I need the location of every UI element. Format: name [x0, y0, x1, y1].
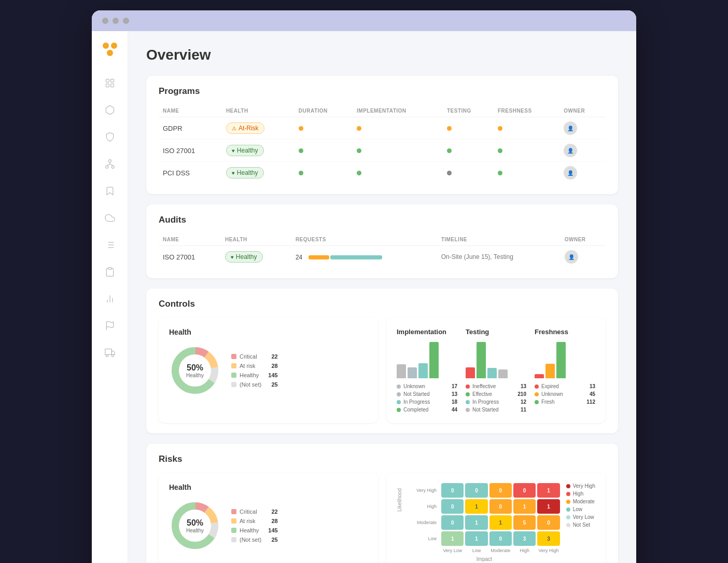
heatmap-legend: Very High High Moderate Low Very Low Not…: [566, 483, 595, 528]
svg-rect-24: [105, 349, 111, 355]
sidebar-item-network[interactable]: [103, 157, 117, 171]
sidebar-item-chart[interactable]: [103, 292, 117, 306]
legend-item: (Not set) 25: [231, 381, 278, 388]
sidebar-item-clipboard[interactable]: [103, 265, 117, 279]
heatmap-cell: 0: [441, 515, 464, 530]
svg-rect-3: [106, 79, 109, 83]
heatmap-cell: 0: [441, 483, 464, 498]
programs-section: Programs NAME HEALTH DURATION IMPLEMENTA…: [146, 76, 618, 194]
sidebar-item-shield[interactable]: [103, 130, 117, 144]
impl-title: Implementation: [397, 328, 457, 336]
prog-duration: [295, 162, 353, 184]
heatmap-cell: 5: [513, 515, 536, 530]
main-content: Overview Programs NAME HEALTH DURATION I…: [128, 31, 636, 563]
fresh-bar-fresh: [556, 342, 566, 378]
stat-item: Completed 44: [397, 407, 457, 413]
controls-stats-card: Implementation Unknown 17 Not Started 13…: [386, 318, 606, 423]
heatmap-legend-item: Not Set: [566, 522, 595, 528]
heatmap-cell: 3: [513, 531, 536, 546]
heatmap-cell: 1: [465, 531, 487, 546]
stat-item: Not Started 11: [466, 407, 526, 413]
prog-owner: 👤: [559, 162, 606, 184]
audit-health: ♥ Healthy: [221, 246, 291, 268]
heatmap-x-labels: Very LowLowModerateHighVery High: [409, 548, 560, 553]
svg-rect-4: [110, 79, 114, 83]
sidebar-item-bookmark[interactable]: [103, 184, 117, 198]
svg-line-12: [110, 164, 113, 166]
sidebar-item-truck[interactable]: [103, 346, 117, 360]
controls-testing: Testing Ineffective 13 Effective 210 In …: [466, 328, 526, 413]
stat-item: Fresh 112: [535, 399, 595, 405]
app-logo[interactable]: [102, 42, 118, 58]
controls-health-title: Health: [169, 328, 368, 336]
risks-health-card: Health 5: [159, 473, 378, 563]
col-owner: OWNER: [559, 105, 606, 117]
controls-sublabel: Healthy: [186, 373, 204, 378]
app-layout: Overview Programs NAME HEALTH DURATION I…: [92, 31, 636, 563]
col-testing: TESTING: [443, 105, 494, 117]
freshness-title: Freshness: [535, 328, 595, 336]
svg-line-11: [107, 164, 110, 166]
col-duration: DURATION: [295, 105, 353, 117]
heatmap-col-label: Very High: [537, 548, 559, 553]
svg-point-27: [111, 354, 114, 356]
sidebar: [92, 31, 128, 563]
audit-col-name: NAME: [159, 234, 221, 246]
heatmap-cell: 3: [537, 531, 559, 546]
svg-rect-6: [110, 84, 114, 87]
stat-item: Not Started 13: [397, 391, 457, 397]
svg-point-0: [103, 43, 109, 49]
audit-name: ISO 27001: [159, 246, 221, 268]
stat-item: Expired 13: [535, 383, 595, 389]
controls-title: Controls: [159, 299, 606, 309]
test-bar-notstarted: [498, 369, 508, 379]
audits-title: Audits: [159, 215, 606, 225]
browser-titlebar: [92, 10, 636, 31]
controls-donut-container: 50% Healthy Critical 22 At risk 28 Healt…: [169, 345, 368, 396]
sidebar-item-cloud[interactable]: [103, 211, 117, 225]
heatmap-grid: Very High00001High01011Moderate01150Low1…: [409, 483, 560, 546]
fresh-bar-expired: [535, 374, 544, 378]
prog-freshness: [494, 162, 559, 184]
risks-donut-label: 50% Healthy: [186, 518, 204, 533]
controls-legend: Critical 22 At risk 28 Healthy 145 (Not …: [231, 353, 278, 388]
prog-freshness: [494, 117, 559, 140]
prog-testing: [443, 117, 494, 140]
table-row[interactable]: GDPR ⚠ At-Risk 👤: [159, 117, 606, 140]
heatmap-legend-item: Very Low: [566, 514, 595, 520]
svg-rect-19: [108, 268, 111, 269]
table-row[interactable]: ISO 27001 ♥ Healthy 👤: [159, 140, 606, 162]
sidebar-item-cube[interactable]: [103, 103, 117, 117]
prog-impl: [353, 117, 443, 140]
risks-percent: 50%: [186, 518, 204, 528]
prog-freshness: [494, 140, 559, 162]
legend-item: At risk 28: [231, 518, 278, 524]
svg-point-1: [111, 43, 117, 49]
audit-row[interactable]: ISO 27001 ♥ Healthy 24 On-Site (June 15)…: [159, 246, 606, 268]
testing-legend: Ineffective 13 Effective 210 In Progress…: [466, 383, 526, 413]
risks-legend: Critical 22 At risk 28 Healthy 145 (Not …: [231, 509, 278, 543]
col-name: NAME: [159, 105, 222, 117]
audit-owner: 👤: [561, 246, 606, 268]
heatmap-cell: 1: [537, 499, 559, 514]
heatmap-cell: 0: [513, 483, 536, 498]
controls-health-card: Health: [159, 318, 378, 423]
heatmap-cell: 0: [489, 531, 512, 546]
audit-timeline: On-Site (June 15), Testing: [437, 246, 561, 268]
sidebar-item-list[interactable]: [103, 238, 117, 252]
sidebar-item-grid[interactable]: [103, 76, 117, 90]
heatmap-col-label: Low: [465, 548, 487, 553]
svg-point-2: [107, 50, 113, 56]
stat-item: Ineffective 13: [466, 383, 526, 389]
svg-point-26: [106, 354, 108, 356]
table-row[interactable]: PCI DSS ♥ Healthy 👤: [159, 162, 606, 184]
heatmap-legend-item: Very High: [566, 483, 595, 489]
audit-col-timeline: TIMELINE: [437, 234, 561, 246]
heatmap-layout: Likelihood Very High00001High01011Modera…: [397, 483, 595, 562]
prog-testing: [443, 140, 494, 162]
svg-point-9: [111, 166, 114, 168]
legend-item: Healthy 145: [231, 372, 278, 378]
sidebar-item-flag[interactable]: [103, 319, 117, 333]
heatmap-cell: 1: [537, 483, 559, 498]
stat-item: In Progress 12: [466, 399, 526, 405]
